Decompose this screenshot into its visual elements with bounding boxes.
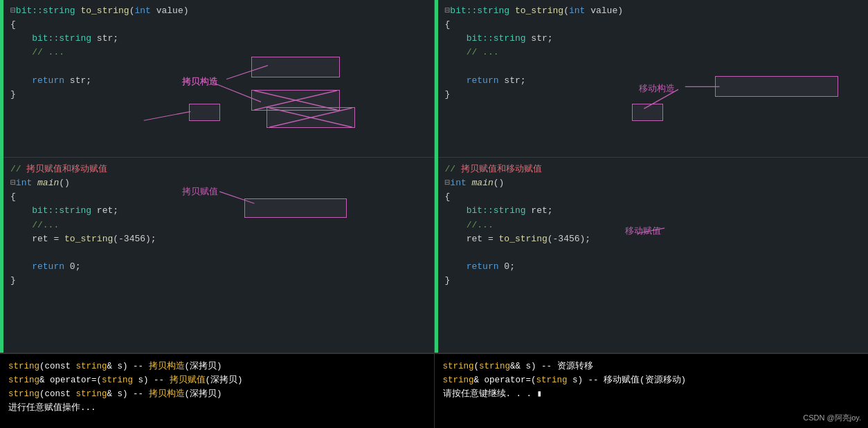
- r-code-line-4: // ...: [445, 46, 862, 59]
- bottom-comment2: //...: [10, 218, 427, 232]
- copy-dest-box: [251, 57, 340, 77]
- t-left-line1: string(const string& s) -- 拷贝构造(深拷贝): [8, 360, 426, 373]
- t-right-line2: string& operator=(string s) -- 移动赋值(资源移动…: [443, 373, 860, 387]
- left-top-section: ⊟bit::string to_string(int value) { bit:…: [3, 0, 434, 158]
- code-line-5: [10, 60, 427, 74]
- r-bottom-ret: bit::string ret;: [445, 204, 862, 218]
- main-area: ⊟bit::string to_string(int value) { bit:…: [0, 0, 868, 353]
- left-terminal: string(const string& s) -- 拷贝构造(深拷贝) str…: [0, 354, 435, 428]
- left-panel: ⊟bit::string to_string(int value) { bit:…: [0, 0, 435, 353]
- terminal-area: string(const string& s) -- 拷贝构造(深拷贝) str…: [0, 353, 868, 428]
- copy-small-box: [189, 104, 220, 121]
- bottom-close-brace: }: [10, 274, 427, 288]
- move-small-box: [632, 104, 663, 121]
- bottom-ret-assign: ret = to_string(-3456);: [10, 232, 427, 246]
- bottom-main-sig: ⊟int main(): [10, 176, 427, 190]
- r-code-line-2: {: [445, 18, 862, 32]
- app-container: ⊟bit::string to_string(int value) { bit:…: [0, 0, 868, 428]
- code-line-4: // ...: [10, 46, 427, 59]
- r-bottom-comment: // 拷贝赋值和移动赋值: [445, 162, 862, 176]
- copy-src-box-2: [266, 107, 355, 128]
- code-line-7: }: [10, 88, 427, 102]
- move-assign-label: 移动赋值: [625, 224, 661, 238]
- r-code-line-1: ⊟bit::string to_string(int value): [445, 4, 862, 18]
- right-top-section: ⊟bit::string to_string(int value) { bit:…: [438, 0, 869, 158]
- csdn-watermark: CSDN @阿亮joy.: [803, 412, 861, 425]
- r-bottom-main-sig: ⊟int main(): [445, 176, 862, 190]
- t-right-line1: string(string&& s) -- 资源转移: [443, 360, 860, 373]
- copy-construct-label-text: 拷贝构造: [182, 75, 218, 89]
- code-line-3: bit::string str;: [10, 32, 427, 46]
- r-bottom-return: return 0;: [445, 260, 862, 274]
- bottom-comment-line: // 拷贝赋值和移动赋值: [10, 162, 427, 176]
- t-left-line2: string& operator=(string s) -- 拷贝赋值(深拷贝): [8, 373, 426, 387]
- bottom-ret-decl: bit::string ret;: [10, 204, 427, 218]
- copy-assign-label: 拷贝赋值: [182, 185, 218, 198]
- bottom-open-brace: {: [10, 190, 427, 204]
- bottom-blank: [10, 246, 427, 260]
- t-right-line3: 请按任意键继续. . . ▮: [443, 387, 860, 401]
- code-line-1: ⊟bit::string to_string(int value): [10, 4, 427, 18]
- move-construct-label: 移动构造: [639, 82, 675, 95]
- r-bottom-blank: [445, 246, 862, 260]
- left-green-bar: [0, 0, 3, 353]
- right-panel: ⊟bit::string to_string(int value) { bit:…: [435, 0, 869, 353]
- bottom-return: return 0;: [10, 260, 427, 274]
- right-terminal: string(string&& s) -- 资源转移 string& opera…: [435, 354, 869, 428]
- right-bottom-section: // 拷贝赋值和移动赋值 ⊟int main() { bit::string r…: [438, 158, 869, 353]
- code-line-2: {: [10, 18, 427, 32]
- r-code-line-3: bit::string str;: [445, 32, 862, 46]
- r-bottom-open: {: [445, 190, 862, 204]
- t-left-line3: string(const string& s) -- 拷贝构造(深拷贝): [8, 387, 426, 401]
- r-code-line-5: [445, 60, 862, 74]
- left-bottom-section: // 拷贝赋值和移动赋值 ⊟int main() { bit::string r…: [3, 158, 434, 353]
- move-dest-box: [715, 76, 838, 97]
- r-bottom-close: }: [445, 274, 862, 288]
- code-line-6: return str;: [10, 74, 427, 88]
- copy-assign-box: [244, 198, 347, 218]
- t-left-line4: 进行任意赋值操作...: [8, 401, 426, 415]
- svg-line-6: [144, 111, 191, 120]
- right-green-bar: [435, 0, 438, 353]
